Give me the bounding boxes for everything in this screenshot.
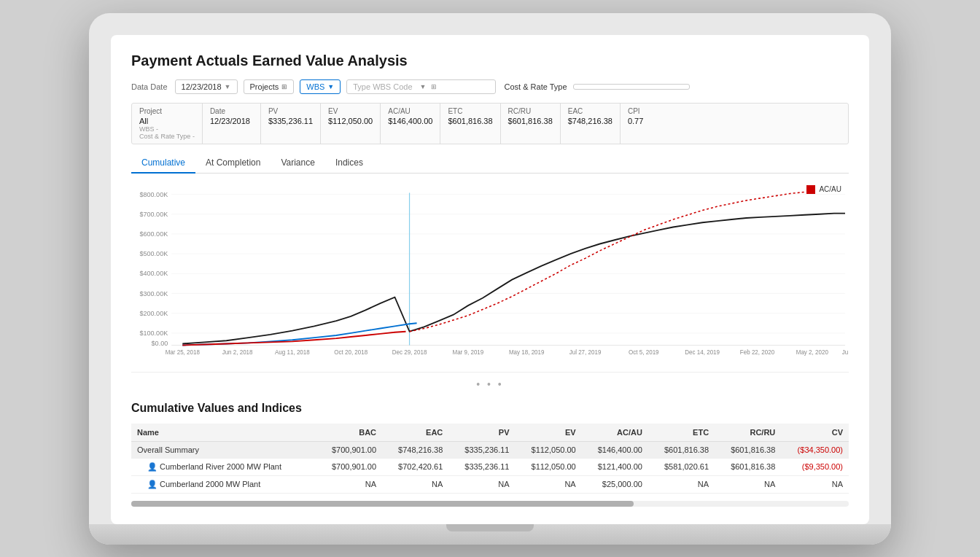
summary-row: Project All WBS - Cost & Rate Type - Dat…	[131, 103, 849, 144]
svg-text:Ju: Ju	[842, 348, 849, 355]
laptop-base	[89, 524, 891, 545]
svg-text:$700.00K: $700.00K	[140, 210, 169, 217]
etc-label: ETC	[448, 107, 492, 115]
svg-text:$200.00K: $200.00K	[140, 309, 169, 316]
wbs-label: WBS	[306, 82, 324, 91]
project-value: All	[139, 117, 195, 125]
tab-indices[interactable]: Indices	[325, 153, 373, 174]
etc-value: $601,816.38	[448, 117, 492, 125]
cell-acau: $146,400.00	[582, 441, 648, 458]
cell-eac: NA	[382, 475, 448, 493]
svg-text:$600.00K: $600.00K	[140, 230, 169, 237]
cell-ev: $112,050.00	[515, 458, 581, 475]
cell-pv: $335,236.11	[448, 458, 515, 475]
summary-pv: PV $335,236.11	[261, 104, 321, 144]
cell-pv: NA	[448, 475, 515, 493]
summary-rcru: RC/RU $601,816.38	[501, 104, 561, 144]
cell-cv: NA	[781, 475, 849, 493]
cpi-value: 0.77	[628, 117, 672, 125]
svg-text:Jun 2, 2018: Jun 2, 2018	[222, 348, 253, 355]
tab-at-completion[interactable]: At Completion	[195, 153, 271, 174]
filter-icon: ⊞	[281, 83, 287, 90]
cell-etc: $581,020.61	[648, 458, 715, 475]
rcru-value: $601,816.38	[508, 117, 553, 125]
tab-variance[interactable]: Variance	[271, 153, 324, 174]
cell-etc: $601,816.38	[648, 441, 715, 458]
wbs-code-search[interactable]: Type WBS Code ▼ ⊞	[346, 79, 495, 94]
col-acau: AC/AU	[582, 424, 648, 442]
cell-name: Overall Summary	[131, 441, 316, 458]
cell-cv: ($9,350.00)	[781, 458, 849, 475]
cost-rate-sublabel: Cost & Rate Type -	[139, 133, 195, 140]
chart-area: AC/AU $800.00K $700.00K $600.00K $500.00…	[131, 185, 849, 360]
col-ev: EV	[515, 424, 581, 442]
cell-name: 👤 Cumberland River 2000 MW Plant	[131, 458, 316, 475]
chevron-down-icon: ▼	[225, 83, 231, 90]
svg-text:$800.00K: $800.00K	[140, 190, 169, 198]
chevron-down-icon: ▼	[327, 83, 334, 90]
scrollbar[interactable]	[131, 501, 849, 507]
summary-project: Project All WBS - Cost & Rate Type -	[132, 104, 203, 144]
table-section: Cumulative Values and Indices Name BAC E…	[131, 402, 849, 507]
svg-text:$0.00: $0.00	[152, 339, 168, 346]
cell-bac: $700,901.00	[316, 441, 382, 458]
laptop-screen: Payment Actuals Earned Value Analysis Da…	[111, 35, 869, 524]
acau-value: $146,400.00	[388, 117, 432, 125]
chart-legend: AC/AU	[806, 185, 841, 194]
svg-text:Aug 11, 2018: Aug 11, 2018	[275, 348, 310, 355]
table-row: 👤 Cumberland 2000 MW PlantNANANANA$25,00…	[131, 475, 849, 493]
acau-label: AC/AU	[388, 107, 432, 115]
cell-acau: $25,000.00	[582, 475, 648, 493]
cell-rcru: NA	[715, 475, 781, 493]
cell-acau: $121,400.00	[582, 458, 648, 475]
summary-date: Date 12/23/2018	[203, 104, 261, 144]
eac-value: $748,216.38	[568, 117, 612, 125]
toolbar: Data Date 12/23/2018 ▼ Projects ⊞ WBS ▼ …	[131, 79, 849, 94]
table-title: Cumulative Values and Indices	[131, 402, 849, 415]
section-divider: • • •	[131, 372, 849, 390]
cpi-label: CPI	[628, 107, 672, 115]
legend-acau-label: AC/AU	[819, 185, 841, 193]
svg-text:$100.00K: $100.00K	[140, 329, 169, 336]
data-date-input[interactable]: 12/23/2018 ▼	[175, 79, 238, 94]
cost-rate-input[interactable]	[573, 84, 690, 90]
cell-rcru: $601,816.38	[715, 458, 781, 475]
svg-text:Feb 22, 2020: Feb 22, 2020	[740, 348, 775, 355]
row-icon: 👤	[147, 480, 160, 488]
wbs-code-placeholder: Type WBS Code	[353, 82, 412, 91]
svg-text:Oct 20, 2018: Oct 20, 2018	[334, 348, 368, 355]
cell-cv: ($34,350.00)	[781, 441, 849, 458]
svg-text:$500.00K: $500.00K	[140, 250, 169, 257]
cell-eac: $702,420.61	[382, 458, 448, 475]
ev-value: $112,050.00	[328, 117, 373, 125]
col-bac: BAC	[316, 424, 382, 442]
svg-text:Mar 25, 2018: Mar 25, 2018	[166, 348, 201, 355]
cell-ev: $112,050.00	[515, 441, 581, 458]
pv-value: $335,236.11	[268, 117, 313, 125]
data-table: Name BAC EAC PV EV AC/AU ETC RC/RU CV Ov…	[131, 424, 849, 494]
projects-label: Projects	[250, 82, 279, 91]
summary-etc: ETC $601,816.38	[440, 104, 500, 144]
cost-rate-label: Cost & Rate Type	[505, 82, 567, 91]
table-header-row: Name BAC EAC PV EV AC/AU ETC RC/RU CV	[131, 424, 849, 442]
laptop-outer: Payment Actuals Earned Value Analysis Da…	[89, 13, 891, 545]
date-label: Date	[210, 107, 253, 115]
data-date-label: Data Date	[131, 82, 168, 91]
page-content: Payment Actuals Earned Value Analysis Da…	[111, 35, 869, 524]
wbs-button[interactable]: WBS ▼	[300, 79, 341, 94]
cell-pv: $335,236.11	[448, 441, 515, 458]
page-title: Payment Actuals Earned Value Analysis	[131, 52, 849, 69]
tab-cumulative[interactable]: Cumulative	[131, 153, 195, 174]
projects-input[interactable]: Projects ⊞	[244, 79, 295, 94]
col-etc: ETC	[648, 424, 715, 442]
summary-eac: EAC $748,216.38	[561, 104, 621, 144]
row-icon: 👤	[147, 462, 160, 471]
scrollbar-thumb[interactable]	[131, 501, 634, 507]
cell-etc: NA	[648, 475, 715, 493]
cell-ev: NA	[515, 475, 581, 493]
chart-svg: $800.00K $700.00K $600.00K $500.00K $400…	[131, 185, 849, 353]
cell-bac: $700,901.00	[316, 458, 382, 475]
svg-text:$300.00K: $300.00K	[140, 289, 169, 297]
table-row: Overall Summary$700,901.00$748,216.38$33…	[131, 441, 849, 458]
svg-text:Mar 9, 2019: Mar 9, 2019	[452, 348, 483, 355]
